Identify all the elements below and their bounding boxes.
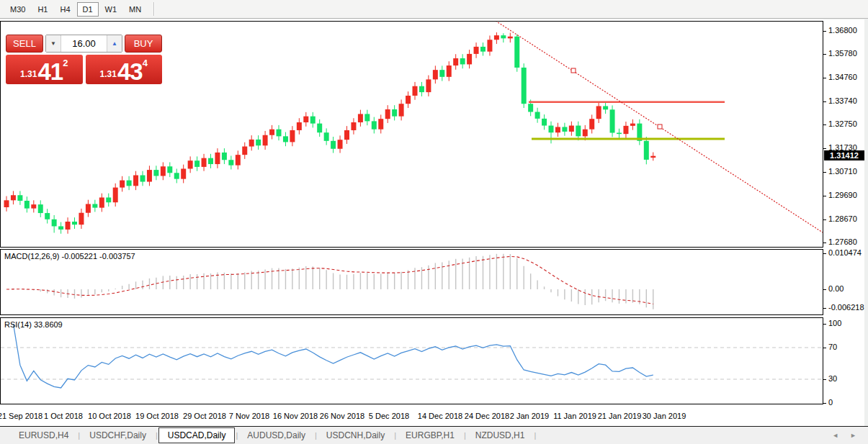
candlestick — [11, 191, 16, 204]
symbol-tab-usdcnh-daily[interactable]: USDCNH,Daily — [318, 428, 393, 443]
candlestick — [17, 191, 22, 204]
candlestick — [222, 148, 227, 164]
candlestick — [4, 196, 9, 212]
buy-price-big: 43 — [117, 61, 143, 83]
symbol-tabbar: ◄ ► EURUSD,H4|USDCHF,Daily|USDCAD,Daily|… — [0, 426, 868, 444]
macd-label: MACD(12,26,9) -0.005221 -0.003757 — [4, 252, 135, 260]
symbol-tab-eurusd-h4[interactable]: EURUSD,H4 — [10, 428, 77, 443]
timeframe-tab-h1[interactable]: H1 — [32, 2, 53, 17]
candlestick — [277, 125, 282, 140]
rsi-label: RSI(14) 33.8609 — [4, 320, 63, 329]
date-axis-label: 16 Nov 2018 — [273, 412, 318, 420]
candlestick — [92, 200, 97, 212]
symbol-tab-nzdusd-h1[interactable]: NZDUSD,H1 — [467, 428, 534, 443]
price-axis-tick-mark — [823, 148, 826, 149]
tab-scroll-right-icon[interactable]: ► — [850, 432, 856, 439]
candlestick — [351, 118, 356, 135]
volume-decrease-button[interactable]: ▼ — [46, 35, 61, 52]
symbol-tab-usdcad-daily[interactable]: USDCAD,Daily — [158, 427, 236, 443]
indicator-axis-tick: 70 — [828, 343, 837, 351]
sell-price-sup: 2 — [63, 58, 68, 68]
candlestick — [24, 196, 30, 212]
macd-name: MACD(12,26,9) — [4, 252, 59, 260]
date-axis-label: 1 Oct 2018 — [44, 412, 83, 420]
candlestick — [447, 61, 452, 81]
candlestick — [338, 135, 343, 153]
timeframe-tab-mn[interactable]: MN — [123, 2, 147, 17]
date-axis-label: 24 Dec 2018 — [465, 412, 509, 420]
price-axis-tick: 1.27680 — [828, 237, 857, 246]
candlestick — [283, 132, 288, 147]
candlestick — [650, 153, 656, 161]
candlestick — [317, 119, 322, 137]
candlestick — [290, 126, 295, 146]
candlestick — [140, 171, 146, 186]
candlestick — [413, 82, 418, 100]
sell-price-display[interactable]: 1.31 41 2 — [6, 55, 83, 84]
candlestick — [549, 122, 554, 144]
buy-price-display[interactable]: 1.31 43 4 — [86, 55, 163, 84]
candlestick — [127, 176, 132, 190]
candlestick — [392, 105, 397, 120]
sell-button[interactable]: SELL — [6, 35, 43, 53]
candlestick — [228, 155, 233, 169]
price-axis-tick: 1.32750 — [828, 119, 857, 128]
candlestick — [208, 154, 213, 168]
trendline-anchor-marker[interactable] — [658, 124, 662, 129]
candlestick — [58, 222, 63, 234]
toolbar-separator — [153, 2, 155, 16]
date-axis-label: 30 Jan 2019 — [643, 412, 686, 420]
current-price-tag: 1.31412 — [824, 150, 864, 160]
candlestick — [263, 131, 268, 150]
candlestick — [617, 129, 622, 138]
indicator-axis-tick: 30 — [828, 374, 837, 383]
tab-separator: | — [236, 431, 238, 440]
timeframe-tab-h4[interactable]: H4 — [54, 2, 76, 17]
candlestick — [31, 200, 36, 212]
volume-increase-button[interactable]: ▲ — [107, 35, 122, 52]
price-axis-tick: 1.35780 — [828, 49, 857, 58]
price-axis-tick: 1.31730 — [828, 143, 857, 152]
candlestick — [630, 119, 635, 130]
symbol-tab-audusd-daily[interactable]: AUDUSD,Daily — [238, 428, 314, 443]
sell-price-prefix: 1.31 — [20, 69, 37, 79]
volume-input[interactable] — [61, 35, 107, 52]
macd-value-signal: -0.003757 — [99, 252, 135, 260]
price-axis-tick-mark — [823, 78, 826, 78]
macd-value-main: -0.005221 — [61, 252, 97, 260]
macd-signal-line — [6, 256, 653, 304]
candlestick — [589, 114, 594, 133]
tab-separator: | — [156, 431, 158, 440]
timeframe-tab-w1[interactable]: W1 — [99, 2, 123, 17]
chart-window: ▲ USDCAD,Daily 1.31338 1.31571 1.31206 1… — [0, 19, 864, 426]
date-axis-label: 7 Nov 2018 — [229, 412, 269, 420]
one-click-trade-panel: SELL ▼ ▲ BUY 1.31 41 2 1.31 43 4 — [6, 35, 162, 84]
candlestick — [303, 112, 308, 127]
rsi-canvas[interactable] — [1, 318, 823, 404]
rsi-value: 33.8609 — [34, 320, 63, 329]
candlestick — [99, 194, 104, 212]
candlestick — [52, 215, 57, 233]
candlestick — [494, 32, 499, 44]
tab-separator: | — [464, 431, 466, 440]
tab-scroll-left-icon[interactable]: ◄ — [832, 432, 838, 439]
candlestick — [331, 137, 336, 153]
date-axis-label: 5 Dec 2018 — [369, 412, 409, 420]
date-axis-label: 29 Oct 2018 — [183, 412, 226, 420]
rsi-indicator-panel[interactable] — [0, 317, 823, 404]
candlestick — [385, 105, 390, 123]
date-axis-label: 14 Dec 2018 — [418, 412, 462, 420]
candlestick — [433, 65, 438, 83]
candlestick — [188, 156, 193, 173]
date-axis-label: 11 Jan 2019 — [553, 412, 596, 420]
symbol-tab-usdchf-daily[interactable]: USDCHF,Daily — [81, 428, 155, 443]
symbol-tab-eurgbp-h1[interactable]: EURGBP,H1 — [397, 428, 463, 443]
candlestick — [487, 35, 492, 55]
trendline-anchor-marker[interactable] — [571, 68, 576, 73]
buy-button[interactable]: BUY — [125, 35, 162, 53]
indicator-axis-tick-mark — [823, 289, 826, 290]
timeframe-tab-m30[interactable]: M30 — [4, 2, 31, 17]
timeframe-tab-d1[interactable]: D1 — [77, 2, 99, 17]
date-axis-label: 2 Jan 2019 — [510, 412, 549, 420]
candlestick — [453, 54, 458, 70]
